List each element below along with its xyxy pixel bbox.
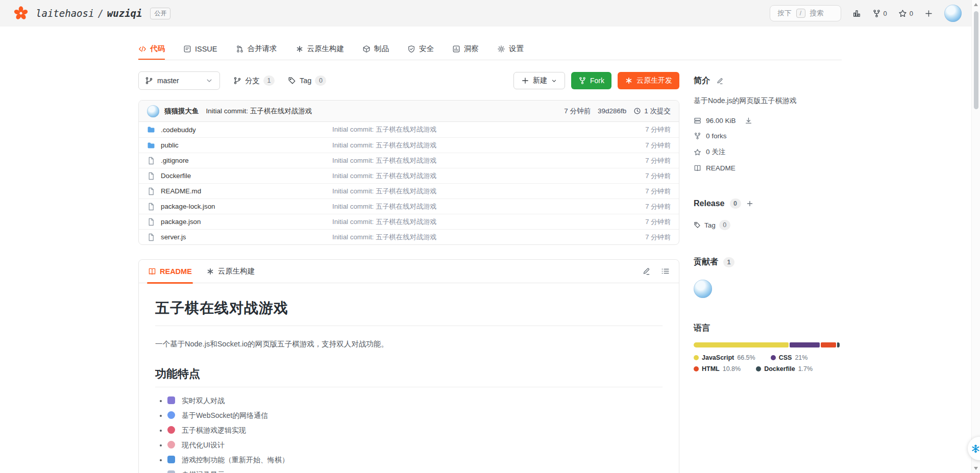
language-bar-segment[interactable]	[837, 342, 840, 347]
tab-label: 设置	[509, 44, 524, 54]
new-button[interactable]: 新建	[513, 72, 565, 89]
language-name: HTML	[702, 365, 720, 372]
edit-pencil-icon[interactable]	[716, 77, 724, 85]
branch-icon	[145, 77, 153, 85]
repo-tab[interactable]: 洞察	[452, 40, 479, 60]
repo-owner[interactable]: laitehaosi	[36, 8, 94, 19]
scroll-up-arrow[interactable]	[974, 3, 978, 6]
table-row[interactable]: package.json Initial commit: 五子棋在线对战游戏 7…	[139, 214, 679, 229]
file-name[interactable]: .codebuddy	[147, 126, 332, 134]
tag-row[interactable]: Tag 0	[694, 220, 842, 230]
file-commit-message[interactable]: Initial commit: 五子棋在线对战游戏	[332, 156, 645, 165]
tag-label: Tag	[704, 221, 716, 229]
file-commit-time: 7 分钟前	[645, 233, 671, 242]
watchers-row[interactable]: 0 关注	[694, 147, 842, 157]
file-commit-time: 7 分钟前	[645, 187, 671, 196]
file-name[interactable]: public	[147, 141, 332, 150]
add-release-button[interactable]	[746, 200, 753, 207]
file-name[interactable]: package-lock.json	[147, 203, 332, 211]
site-logo-icon[interactable]	[12, 5, 30, 22]
cloud-native-dev-button[interactable]: 云原生开发	[618, 72, 679, 89]
repo-tab[interactable]: 制品	[362, 40, 389, 60]
history-clock-icon	[633, 107, 641, 115]
app-header: laitehaosi / wuziqi 公开 按下 / 搜索 0 0	[0, 0, 980, 27]
file-commit-time: 7 分钟前	[645, 125, 671, 134]
slash-keycap: /	[796, 9, 805, 18]
table-row[interactable]: server.js Initial commit: 五子棋在线对战游戏 7 分钟…	[139, 229, 679, 244]
tab-icon	[407, 45, 415, 53]
dashboard-button[interactable]	[852, 9, 861, 18]
file-name[interactable]: server.js	[147, 233, 332, 241]
branch-selector[interactable]: master	[138, 71, 220, 90]
storage-icon	[694, 117, 701, 125]
table-row[interactable]: package-lock.json Initial commit: 五子棋在线对…	[139, 198, 679, 214]
file-type-icon	[147, 126, 155, 134]
tab-label: 洞察	[464, 44, 479, 54]
tags-count-badge: 0	[315, 76, 326, 86]
repo-tab[interactable]: 云原生构建	[296, 40, 345, 60]
repo-tab[interactable]: 安全	[407, 40, 434, 60]
fork-button[interactable]: Fork	[571, 72, 611, 89]
file-commit-message[interactable]: Initial commit: 五子棋在线对战游戏	[332, 171, 645, 181]
breadcrumb: laitehaosi / wuziqi	[36, 8, 142, 19]
search-input[interactable]: 按下 / 搜索	[770, 5, 841, 21]
table-row[interactable]: README.md Initial commit: 五子棋在线对战游戏 7 分钟…	[139, 183, 679, 198]
breadcrumb-separator: /	[97, 8, 103, 19]
scroll-down-arrow[interactable]	[974, 467, 978, 470]
file-commit-message[interactable]: Initial commit: 五子棋在线对战游戏	[332, 202, 645, 211]
assistant-widget[interactable]	[968, 437, 980, 460]
feature-emoji-icon	[167, 470, 175, 473]
tags-link[interactable]: Tag 0	[288, 76, 326, 86]
file-commit-message[interactable]: Initial commit: 五子棋在线对战游戏	[332, 217, 645, 227]
repo-name[interactable]: wuziqi	[107, 8, 142, 19]
feature-item: 实时双人对战	[167, 396, 663, 406]
file-commit-message[interactable]: Initial commit: 五子棋在线对战游戏	[332, 187, 645, 196]
repo-tab[interactable]: ISSUE	[183, 40, 217, 60]
language-legend-item: Dockerfile 1.7%	[756, 365, 813, 372]
file-commit-message[interactable]: Initial commit: 五子棋在线对战游戏	[332, 125, 645, 134]
user-avatar[interactable]	[944, 5, 962, 22]
tab-readme[interactable]: README	[148, 260, 192, 283]
language-name: JavaScript	[702, 354, 734, 361]
about-title: 简介	[694, 76, 710, 86]
page-scrollbar[interactable]	[971, 0, 980, 473]
language-color-dot	[756, 366, 761, 371]
edit-pencil-icon[interactable]	[642, 267, 651, 276]
file-name[interactable]: README.md	[147, 187, 332, 195]
branch-icon	[233, 77, 241, 85]
file-commit-message[interactable]: Initial commit: 五子棋在线对战游戏	[332, 233, 645, 242]
repo-tab[interactable]: 代码	[138, 40, 165, 60]
language-bar-segment[interactable]	[694, 342, 789, 347]
readme-link-row[interactable]: README	[694, 164, 842, 172]
create-new-button[interactable]	[924, 9, 933, 18]
commit-count-link[interactable]: 1 次提交	[633, 107, 671, 116]
language-bar-segment[interactable]	[790, 342, 820, 347]
table-row[interactable]: Dockerfile Initial commit: 五子棋在线对战游戏 7 分…	[139, 168, 679, 183]
file-name[interactable]: .gitignore	[147, 157, 332, 165]
branches-link[interactable]: 分支 1	[233, 76, 275, 86]
repo-tab[interactable]: 合并请求	[236, 40, 277, 60]
repo-tab[interactable]: 设置	[497, 40, 524, 60]
forks-row[interactable]: 0 forks	[694, 132, 842, 140]
commit-author[interactable]: 猫猫摸大鱼	[164, 107, 199, 116]
file-name[interactable]: package.json	[147, 218, 332, 226]
commit-hash[interactable]: 39d286fb	[598, 107, 626, 115]
repo-tabs: 代码 ISSUE 合并请求 云原生构建 制品 安全 洞察 设置	[138, 40, 842, 60]
scrollbar-thumb[interactable]	[974, 11, 978, 109]
repo-size-row: 96.00 KiB	[694, 117, 842, 125]
download-icon[interactable]	[745, 117, 752, 125]
table-row[interactable]: .codebuddy Initial commit: 五子棋在线对战游戏 7 分…	[139, 122, 679, 137]
commit-message[interactable]: Initial commit: 五子棋在线对战游戏	[206, 107, 312, 116]
file-name[interactable]: Dockerfile	[147, 172, 332, 180]
contributor-avatar[interactable]	[694, 280, 712, 298]
star-count-button[interactable]: 0	[898, 9, 913, 18]
fork-count-button[interactable]: 0	[872, 9, 887, 18]
readme-content: 五子棋在线对战游戏 一个基于Node.js和Socket.io的网页版五子棋游戏…	[139, 283, 679, 473]
commit-author-avatar[interactable]	[147, 105, 159, 117]
file-commit-message[interactable]: Initial commit: 五子棋在线对战游戏	[332, 141, 645, 150]
outline-list-icon[interactable]	[661, 267, 670, 276]
tab-cloud-native-build[interactable]: 云原生构建	[206, 260, 255, 283]
language-bar-segment[interactable]	[821, 342, 836, 347]
table-row[interactable]: public Initial commit: 五子棋在线对战游戏 7 分钟前	[139, 137, 679, 153]
table-row[interactable]: .gitignore Initial commit: 五子棋在线对战游戏 7 分…	[139, 153, 679, 168]
